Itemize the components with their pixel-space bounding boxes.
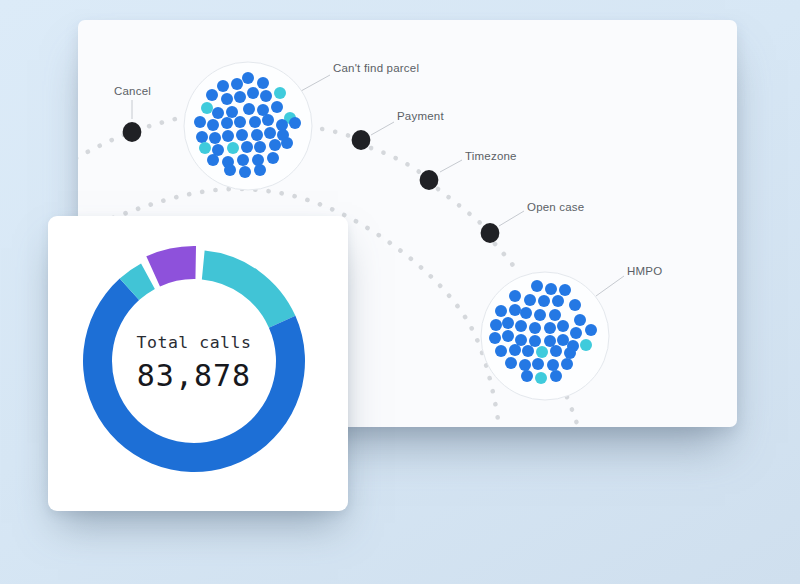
cluster-dot — [289, 117, 301, 129]
cluster-dot — [260, 90, 272, 102]
donut-value: 83,878 — [74, 358, 314, 393]
label-leader-line — [499, 211, 524, 226]
cluster-dot — [243, 103, 255, 115]
cluster-dot — [196, 131, 208, 143]
journey-dotted-path — [567, 397, 578, 427]
cluster-dot — [489, 332, 501, 344]
donut-title: Total calls — [74, 333, 314, 352]
cluster-dot — [557, 334, 569, 346]
stage-dot-timezone — [420, 170, 439, 190]
journey-dotted-path — [495, 244, 517, 271]
cluster-dot — [520, 307, 532, 319]
cluster-dot — [221, 93, 233, 105]
cluster-dot — [550, 345, 562, 357]
journey-dotted-path — [371, 148, 427, 178]
cluster-dot — [236, 129, 248, 141]
cluster-dot — [231, 78, 243, 90]
cluster-label-cant-find-parcel: Can't find parcel — [333, 62, 419, 74]
cluster-dot — [536, 346, 548, 358]
cluster-dot — [274, 87, 286, 99]
cluster-label-hmpo: HMPO — [627, 265, 662, 277]
stage-label-cancel: Cancel — [114, 85, 151, 97]
total-calls-card: Total calls 83,878 — [48, 216, 348, 511]
cluster-dot — [557, 320, 569, 332]
cluster-dot — [509, 304, 521, 316]
cluster-dot — [495, 305, 507, 317]
cluster-dot — [561, 358, 573, 370]
cluster-dot — [254, 141, 266, 153]
cluster-can-t-find-parcel — [184, 62, 312, 190]
cluster-dot — [509, 344, 521, 356]
donut-segment-purple — [146, 246, 196, 286]
cluster-dot — [544, 335, 556, 347]
cluster-dot — [262, 114, 274, 126]
cluster-dot — [249, 116, 261, 128]
cluster-dot — [206, 89, 218, 101]
stage-label-timezone: Timezone — [465, 150, 517, 162]
stage-dot-payment — [352, 130, 371, 150]
cluster-dot — [532, 358, 544, 370]
cluster-dot — [502, 330, 514, 342]
cluster-dot — [212, 107, 224, 119]
cluster-dot — [535, 372, 547, 384]
cluster-dot — [545, 283, 557, 295]
cluster-dot — [267, 152, 279, 164]
cluster-dot — [538, 295, 550, 307]
cluster-dot — [515, 334, 527, 346]
cluster-dot — [509, 290, 521, 302]
cluster-dot — [524, 294, 536, 306]
cluster-dot — [201, 102, 213, 114]
cluster-dot — [531, 280, 543, 292]
cluster-dot — [574, 314, 586, 326]
cluster-dot — [257, 77, 269, 89]
cluster-dot — [490, 319, 502, 331]
cluster-dot — [547, 359, 559, 371]
stage-label-open-case: Open case — [527, 201, 584, 213]
cluster-dot — [502, 317, 514, 329]
cluster-dot — [194, 116, 206, 128]
app-canvas: Cancel Can't find parcel Payment Timezon… — [0, 0, 800, 584]
cluster-dot — [199, 142, 211, 154]
cluster-dot — [234, 116, 246, 128]
cluster-dot — [241, 141, 253, 153]
cluster-dot — [585, 324, 597, 336]
cluster-dot — [252, 154, 264, 166]
cluster-dot — [271, 101, 283, 113]
cluster-dot — [521, 370, 533, 382]
cluster-hmpo — [481, 272, 609, 400]
cluster-dot — [529, 322, 541, 334]
stage-label-payment: Payment — [397, 110, 444, 122]
cluster-dot — [247, 87, 259, 99]
cluster-dot — [544, 322, 556, 334]
cluster-dot — [569, 299, 581, 311]
cluster-dot — [227, 142, 239, 154]
cluster-dot — [207, 119, 219, 131]
cluster-dot — [269, 139, 281, 151]
cluster-dot — [251, 129, 263, 141]
cluster-dot — [242, 72, 254, 84]
cluster-dot — [264, 127, 276, 139]
cluster-dot — [534, 309, 546, 321]
cluster-dot — [522, 345, 534, 357]
cluster-dot — [221, 117, 233, 129]
cluster-dot — [237, 154, 249, 166]
journey-dotted-path — [438, 189, 487, 229]
donut-segment-teal — [202, 251, 296, 328]
cluster-dot — [580, 339, 592, 351]
label-leader-line — [440, 160, 462, 172]
cluster-dot — [515, 320, 527, 332]
cluster-dot — [495, 345, 507, 357]
cluster-dot — [505, 357, 517, 369]
label-leader-line — [596, 276, 624, 296]
cluster-dot — [209, 132, 221, 144]
stage-dot-cancel — [123, 122, 142, 142]
cluster-dot — [281, 137, 293, 149]
cluster-dot — [239, 166, 251, 178]
label-leader-line — [301, 75, 330, 91]
cluster-dot — [226, 106, 238, 118]
cluster-dot — [564, 347, 576, 359]
cluster-dot — [529, 335, 541, 347]
donut-center-text: Total calls 83,878 — [74, 333, 314, 393]
stage-dot-open-case — [481, 223, 500, 243]
cluster-dot — [254, 164, 266, 176]
